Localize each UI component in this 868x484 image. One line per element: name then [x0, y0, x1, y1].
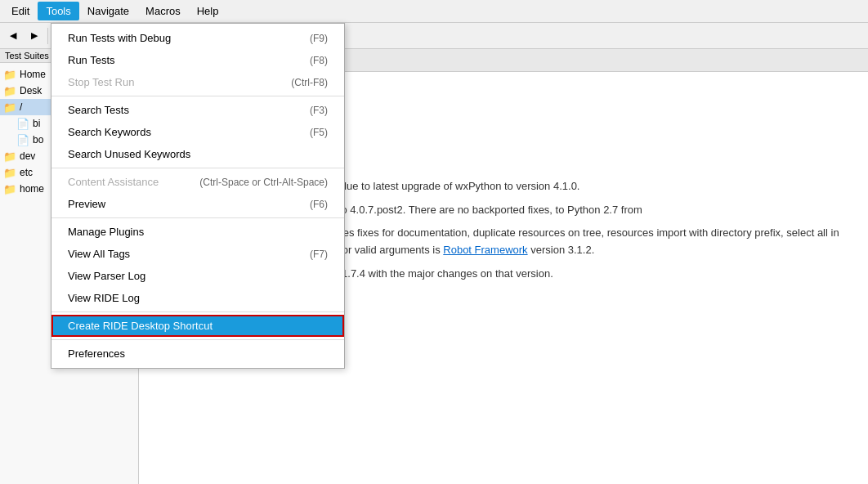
- menu-item-preferences[interactable]: Preferences: [51, 343, 344, 365]
- menu-item-view-ride-log[interactable]: View RIDE Log: [51, 287, 344, 309]
- menu-item-search-unused-keywords-label: Search Unused Keywords: [68, 148, 190, 160]
- menu-item-search-tests-shortcut: (F3): [310, 105, 328, 116]
- menu-item-view-all-tags-label: View All Tags: [68, 248, 130, 260]
- menu-item-create-ride-desktop-shortcut[interactable]: Create RIDE Desktop Shortcut: [51, 315, 344, 337]
- menu-item-stop-test-run-shortcut: (Ctrl-F8): [291, 77, 328, 88]
- menu-item-search-keywords[interactable]: Search Keywords (F5): [51, 121, 344, 143]
- menu-item-view-all-tags[interactable]: View All Tags (F7): [51, 243, 344, 265]
- menu-item-create-ride-desktop-shortcut-label: Create RIDE Desktop Shortcut: [68, 320, 213, 332]
- menu-item-run-tests-debug-label: Run Tests with Debug: [68, 32, 171, 44]
- menu-item-search-tests[interactable]: Search Tests (F3): [51, 99, 344, 121]
- menu-item-search-keywords-shortcut: (F5): [310, 127, 328, 138]
- menu-item-stop-test-run-label: Stop Test Run: [68, 76, 134, 88]
- menu-item-view-all-tags-shortcut: (F7): [310, 249, 328, 260]
- menu-item-search-tests-label: Search Tests: [68, 104, 129, 116]
- menu-item-content-assistance: Content Assistance (Ctrl-Space or Ctrl-A…: [51, 171, 344, 193]
- menu-item-run-tests-label: Run Tests: [68, 54, 115, 66]
- menu-item-view-parser-log[interactable]: View Parser Log: [51, 265, 344, 287]
- menu-item-preview-label: Preview: [68, 198, 105, 210]
- menu-separator-2: [51, 168, 344, 168]
- menu-item-preview-shortcut: (F6): [310, 199, 328, 210]
- menu-separator-3: [51, 217, 344, 218]
- menu-item-preview[interactable]: Preview (F6): [51, 193, 344, 215]
- menu-item-manage-plugins-label: Manage Plugins: [68, 226, 144, 238]
- menu-separator-4: [51, 311, 344, 312]
- dropdown-overlay: Run Tests with Debug (F9) Run Tests (F8)…: [0, 0, 868, 484]
- menu-item-content-assistance-shortcut: (Ctrl-Space or Ctrl-Alt-Space): [199, 177, 328, 188]
- menu-item-manage-plugins[interactable]: Manage Plugins: [51, 221, 344, 243]
- menu-item-content-assistance-label: Content Assistance: [68, 176, 159, 188]
- menu-separator-1: [51, 96, 344, 96]
- menu-item-stop-test-run: Stop Test Run (Ctrl-F8): [51, 71, 344, 93]
- menu-item-run-tests-debug[interactable]: Run Tests with Debug (F9): [51, 27, 344, 49]
- menu-item-run-tests-debug-shortcut: (F9): [310, 33, 328, 44]
- menu-separator-5: [51, 339, 344, 340]
- menu-item-run-tests-shortcut: (F8): [310, 55, 328, 66]
- menu-item-search-unused-keywords[interactable]: Search Unused Keywords: [51, 143, 344, 165]
- menu-item-view-parser-log-label: View Parser Log: [68, 270, 145, 282]
- menu-item-view-ride-log-label: View RIDE Log: [68, 292, 140, 304]
- menu-item-run-tests[interactable]: Run Tests (F8): [51, 49, 344, 71]
- menu-item-preferences-label: Preferences: [68, 347, 125, 360]
- dropdown-menu: Run Tests with Debug (F9) Run Tests (F8)…: [51, 23, 345, 369]
- menu-item-search-keywords-label: Search Keywords: [68, 126, 151, 138]
